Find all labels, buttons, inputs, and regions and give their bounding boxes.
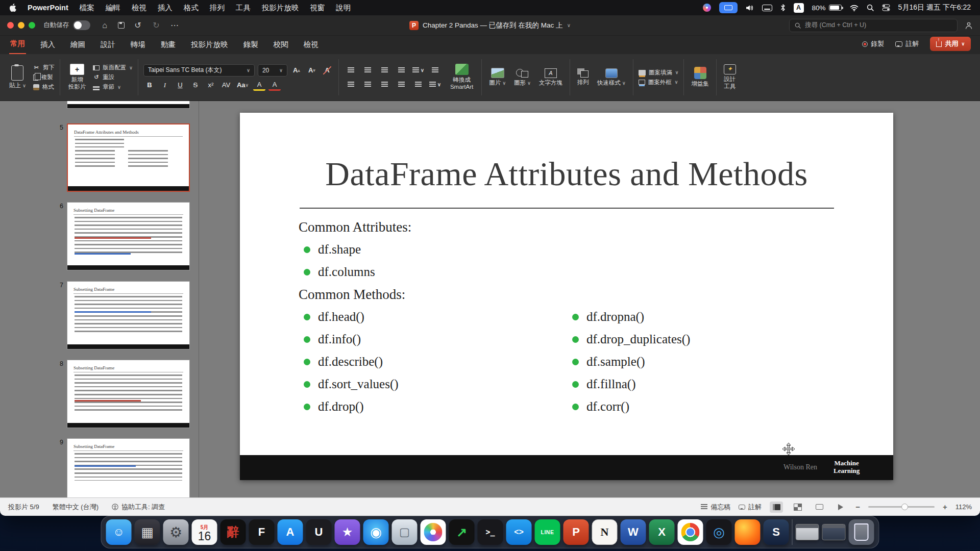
underline-button[interactable]: U xyxy=(174,80,186,91)
attributes-heading[interactable]: Common Attributes: xyxy=(240,216,893,238)
text-highlight-button[interactable]: A xyxy=(253,80,265,91)
more-actions-icon[interactable]: ⋯ xyxy=(169,20,180,30)
tab-animations[interactable]: 動畫 xyxy=(160,37,177,54)
screenshot-preview-2[interactable] xyxy=(822,524,846,540)
bluetooth-icon[interactable] xyxy=(780,4,786,11)
attribute-item[interactable]: df.shape xyxy=(240,238,893,261)
terminal-dock-icon[interactable]: >_ xyxy=(478,519,503,545)
thumbnail-slide-9[interactable]: Subsetting DataFrame xyxy=(67,438,190,497)
word-dock-icon[interactable]: W xyxy=(621,519,646,545)
method-item[interactable]: df.fillna() xyxy=(572,377,635,391)
language-indicator[interactable]: 繁體中文 (台灣) xyxy=(53,503,99,512)
control-center-icon[interactable] xyxy=(882,4,890,12)
tab-view[interactable]: 檢視 xyxy=(303,37,320,54)
keyboard-icon[interactable] xyxy=(762,5,772,11)
addins-button[interactable]: 增益集 xyxy=(689,67,711,87)
tab-home[interactable]: 常用 xyxy=(9,36,26,54)
align-text-button[interactable]: ∨ xyxy=(428,79,442,90)
slide-sorter-view-button[interactable] xyxy=(791,502,804,513)
character-spacing-button[interactable]: AV xyxy=(220,80,232,91)
menu-help[interactable]: 說明 xyxy=(336,3,351,13)
zoom-slider-knob[interactable] xyxy=(901,504,908,510)
method-item[interactable]: df.sort_values() xyxy=(304,377,572,391)
align-center-button[interactable] xyxy=(361,79,375,90)
vscode-dock-icon[interactable]: <> xyxy=(506,519,532,545)
home-icon[interactable]: ⌂ xyxy=(100,21,110,30)
tab-design[interactable]: 設計 xyxy=(100,37,116,54)
strikethrough-button[interactable]: S xyxy=(189,80,202,91)
notes-button[interactable]: 備忘稿 xyxy=(701,503,730,512)
search-input[interactable]: 搜尋 (Cmd + Ctrl + U) xyxy=(789,19,958,32)
account-icon[interactable] xyxy=(965,21,973,30)
superscript-button[interactable]: x² xyxy=(205,80,217,91)
thumbnail-slide-5[interactable]: DataFrame Attributes and Methods xyxy=(67,123,190,192)
methods-heading[interactable]: Common Methods: xyxy=(240,283,893,306)
bold-button[interactable]: B xyxy=(143,80,156,91)
quick-styles-button[interactable]: 快速樣式 ∨ xyxy=(595,68,628,86)
bullet-list-button[interactable] xyxy=(344,65,358,76)
reset-button[interactable]: ↺重設 xyxy=(93,73,133,81)
zoom-in-button[interactable]: + xyxy=(943,503,947,511)
comments-panel-button[interactable]: 註解 xyxy=(739,503,762,512)
new-slide-button[interactable]: + 新增投影片 xyxy=(65,63,89,92)
method-item[interactable]: df.drop_duplicates() xyxy=(572,332,690,346)
method-item[interactable]: df.describe() xyxy=(304,355,572,369)
trash-dock-icon[interactable] xyxy=(849,519,874,545)
app-store-dock-icon[interactable]: A xyxy=(278,519,303,545)
battery-status[interactable]: 80% xyxy=(812,4,842,12)
menu-file[interactable]: 檔案 xyxy=(80,3,94,13)
decrease-indent-button[interactable] xyxy=(378,65,391,76)
align-left-button[interactable] xyxy=(344,79,358,90)
wifi-icon[interactable] xyxy=(850,5,859,11)
dictionary-dock-icon[interactable]: 辭 xyxy=(220,519,246,545)
apple-menu-icon[interactable] xyxy=(9,4,16,12)
record-button[interactable]: 錄製 xyxy=(862,39,884,48)
zoom-out-button[interactable]: − xyxy=(855,503,860,511)
reading-view-button[interactable] xyxy=(813,502,826,513)
method-item[interactable]: df.drop() xyxy=(304,399,572,414)
justify-button[interactable] xyxy=(395,79,408,90)
thumbnail-slide-8[interactable]: Subsetting DataFrame xyxy=(67,360,190,428)
shape-fill-button[interactable]: 圖案填滿∨ xyxy=(639,69,679,77)
line-spacing-button[interactable]: ∨ xyxy=(411,65,425,76)
thumbnail-slide-7[interactable]: Subsetting DataFrame xyxy=(67,281,190,349)
method-item[interactable]: df.info() xyxy=(304,332,572,346)
siri-icon[interactable] xyxy=(703,4,711,12)
zoom-slider[interactable] xyxy=(868,506,935,508)
numbered-list-button[interactable] xyxy=(361,65,375,76)
font-name-select[interactable]: Taipei Sans TC Beta (本文)∨ xyxy=(143,64,255,77)
layout-button[interactable]: 版面配置∨ xyxy=(93,64,133,71)
tab-record[interactable]: 錄製 xyxy=(242,37,259,54)
font-color-button[interactable]: A xyxy=(268,80,281,91)
steam-dock-icon[interactable]: S xyxy=(764,519,789,545)
menu-tools[interactable]: 工具 xyxy=(236,3,251,13)
tab-review[interactable]: 校閱 xyxy=(273,37,289,54)
method-item[interactable]: df.sample() xyxy=(572,355,645,369)
screen-mirroring-icon[interactable] xyxy=(719,2,738,13)
chrome-dock-icon[interactable] xyxy=(678,519,703,545)
section-button[interactable]: 章節∨ xyxy=(93,83,133,91)
normal-view-button[interactable] xyxy=(770,502,783,513)
thumbnail-slide-4-partial[interactable] xyxy=(67,101,190,109)
menu-format[interactable]: 格式 xyxy=(184,3,199,13)
tab-insert[interactable]: 插入 xyxy=(39,37,56,54)
star-app-dock-icon[interactable]: ★ xyxy=(335,519,360,545)
columns-button[interactable] xyxy=(411,79,425,90)
redo-icon[interactable]: ↻ xyxy=(151,20,161,30)
save-icon[interactable] xyxy=(118,22,125,29)
menu-edit[interactable]: 編輯 xyxy=(106,3,120,13)
tab-slideshow[interactable]: 投影片放映 xyxy=(190,37,229,54)
screenshot-preview-1[interactable] xyxy=(796,524,819,540)
undo-icon[interactable]: ↺ xyxy=(133,20,143,30)
document-title-area[interactable]: P Chapter 2 Pandas — 已儲存到 在我的 Mac 上 ∨ xyxy=(409,21,571,30)
convert-to-smartart-button[interactable]: 轉換成SmartArt xyxy=(447,63,476,92)
minimize-window-button[interactable] xyxy=(18,22,24,29)
tab-transitions[interactable]: 轉場 xyxy=(130,37,146,54)
close-window-button[interactable] xyxy=(7,22,14,29)
maximize-window-button[interactable] xyxy=(29,22,35,29)
slide-counter[interactable]: 投影片 5/9 xyxy=(8,503,39,512)
font-size-select[interactable]: 20∨ xyxy=(258,64,287,77)
menu-view[interactable]: 檢視 xyxy=(132,3,146,13)
share-button[interactable]: 共用∨ xyxy=(930,37,971,51)
clear-formatting-button[interactable]: A xyxy=(321,65,333,76)
